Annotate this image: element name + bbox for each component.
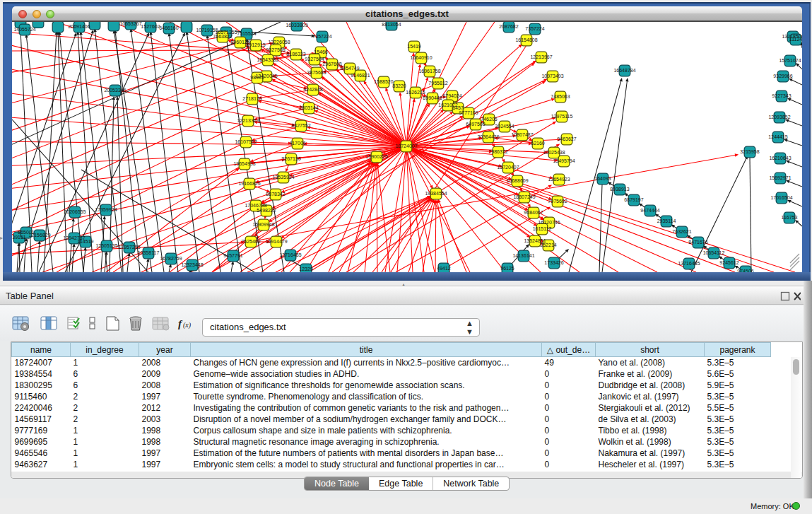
svg-text:9146821: 9146821 bbox=[351, 73, 370, 78]
svg-text:7485063: 7485063 bbox=[551, 94, 570, 99]
svg-text:12975115: 12975115 bbox=[551, 114, 573, 119]
svg-text:9474444: 9474444 bbox=[640, 208, 659, 213]
svg-text:10973493: 10973493 bbox=[541, 74, 563, 78]
svg-text:10358117: 10358117 bbox=[138, 250, 160, 255]
svg-text:8912915: 8912915 bbox=[246, 42, 265, 47]
svg-text:1588520: 1588520 bbox=[374, 79, 393, 84]
svg-text:20691406: 20691406 bbox=[68, 24, 90, 29]
svg-text:6879197: 6879197 bbox=[624, 197, 643, 202]
svg-text:7357224: 7357224 bbox=[525, 26, 544, 31]
svg-text:(x): (x) bbox=[183, 321, 192, 329]
svg-text:f: f bbox=[178, 318, 183, 329]
svg-text:1626215: 1626215 bbox=[406, 90, 425, 95]
svg-text:7975692: 7975692 bbox=[548, 199, 567, 204]
svg-text:8454749: 8454749 bbox=[340, 66, 359, 71]
svg-text:6794024: 6794024 bbox=[442, 93, 461, 98]
svg-text:19654933: 19654933 bbox=[233, 161, 255, 166]
svg-text:15720407: 15720407 bbox=[497, 165, 519, 170]
svg-text:15900275: 15900275 bbox=[365, 154, 387, 159]
svg-text:7986372: 7986372 bbox=[488, 149, 507, 154]
svg-text:8427552: 8427552 bbox=[291, 123, 310, 128]
svg-text:16107552: 16107552 bbox=[235, 139, 257, 144]
svg-text:18724007: 18724007 bbox=[395, 144, 417, 148]
svg-text:18807249: 18807249 bbox=[513, 194, 535, 199]
svg-text:1733426: 1733426 bbox=[544, 260, 563, 265]
svg-text:11124: 11124 bbox=[789, 37, 802, 42]
svg-text:83220: 83220 bbox=[392, 83, 406, 88]
svg-text:16154808: 16154808 bbox=[515, 37, 537, 42]
svg-text:20206555: 20206555 bbox=[64, 209, 86, 214]
svg-text:12505135: 12505135 bbox=[95, 243, 117, 248]
svg-text:12329: 12329 bbox=[299, 267, 313, 271]
svg-text:9457791: 9457791 bbox=[223, 253, 242, 258]
svg-text:39151: 39151 bbox=[12, 235, 26, 240]
svg-text:13716485: 13716485 bbox=[678, 261, 700, 266]
svg-text:10807487: 10807487 bbox=[511, 132, 533, 137]
svg-text:3215958: 3215958 bbox=[740, 149, 759, 154]
svg-text:3875685: 3875685 bbox=[307, 70, 326, 75]
svg-text:417006: 417006 bbox=[289, 141, 305, 146]
svg-text:19166825: 19166825 bbox=[238, 181, 260, 186]
svg-text:13716485: 13716485 bbox=[279, 252, 301, 257]
svg-text:1527602: 1527602 bbox=[141, 24, 160, 29]
svg-text:9242848: 9242848 bbox=[303, 87, 322, 92]
svg-text:49412: 49412 bbox=[437, 266, 451, 271]
svg-text:20053346: 20053346 bbox=[104, 88, 126, 93]
svg-text:15466: 15466 bbox=[314, 49, 328, 54]
svg-text:9227343: 9227343 bbox=[772, 93, 791, 98]
svg-text:8990448: 8990448 bbox=[423, 95, 442, 100]
svg-text:10688609: 10688609 bbox=[506, 178, 528, 183]
svg-text:14136141: 14136141 bbox=[512, 253, 534, 258]
svg-text:8471676: 8471676 bbox=[688, 240, 707, 245]
svg-text:16210643: 16210643 bbox=[769, 156, 791, 160]
svg-text:8813054: 8813054 bbox=[382, 22, 401, 27]
svg-text:98901: 98901 bbox=[250, 75, 264, 80]
svg-text:12156829: 12156829 bbox=[28, 233, 50, 238]
svg-text:5498222: 5498222 bbox=[257, 208, 276, 213]
svg-text:2967608: 2967608 bbox=[322, 62, 341, 66]
svg-text:12093852: 12093852 bbox=[768, 115, 790, 119]
svg-text:9327508: 9327508 bbox=[266, 47, 285, 52]
svg-text:16961758: 16961758 bbox=[418, 69, 440, 74]
svg-text:1615112: 1615112 bbox=[533, 226, 552, 231]
svg-text:15751074: 15751074 bbox=[779, 58, 801, 63]
svg-text:16543382: 16543382 bbox=[257, 57, 278, 62]
svg-text:114519: 114519 bbox=[78, 239, 94, 244]
svg-text:6466160: 6466160 bbox=[159, 25, 178, 30]
svg-text:12213967: 12213967 bbox=[530, 54, 552, 59]
svg-text:16914479: 16914479 bbox=[265, 239, 287, 244]
svg-text:252214: 252214 bbox=[540, 243, 556, 247]
svg-text:12323448: 12323448 bbox=[181, 262, 203, 267]
svg-text:17957255: 17957255 bbox=[118, 245, 140, 250]
svg-text:14055724: 14055724 bbox=[13, 27, 35, 32]
svg-text:746206: 746206 bbox=[481, 117, 497, 122]
svg-text:19384554: 19384554 bbox=[425, 191, 447, 196]
svg-text:2087682: 2087682 bbox=[499, 24, 518, 29]
svg-text:62160: 62160 bbox=[531, 141, 545, 146]
svg-text:3267130: 3267130 bbox=[281, 156, 300, 161]
svg-text:2718176: 2718176 bbox=[242, 96, 261, 101]
svg-text:17359924: 17359924 bbox=[95, 207, 117, 212]
svg-text:9463627: 9463627 bbox=[557, 136, 576, 141]
svg-text:8186323: 8186323 bbox=[286, 52, 305, 57]
svg-text:9327504: 9327504 bbox=[305, 57, 324, 62]
svg-text:16120746: 16120746 bbox=[538, 220, 560, 225]
svg-text:13535934: 13535934 bbox=[272, 175, 294, 180]
svg-text:16648784: 16648784 bbox=[613, 68, 635, 73]
svg-text:8457: 8457 bbox=[452, 105, 464, 110]
svg-text:9777109: 9777109 bbox=[459, 110, 478, 115]
svg-text:13495794: 13495794 bbox=[553, 158, 575, 163]
svg-text:17016504: 17016504 bbox=[770, 195, 792, 200]
svg-text:9245612: 9245612 bbox=[719, 260, 739, 265]
svg-text:164093: 164093 bbox=[594, 176, 611, 181]
svg-text:12213363: 12213363 bbox=[237, 118, 259, 123]
svg-text:7663822: 7663822 bbox=[213, 34, 232, 39]
svg-text:6497508: 6497508 bbox=[466, 122, 485, 127]
svg-text:16033809: 16033809 bbox=[286, 23, 307, 28]
svg-text:1244415: 1244415 bbox=[768, 134, 787, 139]
svg-text:974506: 974506 bbox=[737, 269, 753, 272]
svg-text:3024554: 3024554 bbox=[495, 124, 514, 129]
svg-text:7955812: 7955812 bbox=[428, 81, 447, 86]
svg-text:15692971: 15692971 bbox=[769, 175, 791, 180]
svg-text:10654112: 10654112 bbox=[703, 250, 725, 255]
